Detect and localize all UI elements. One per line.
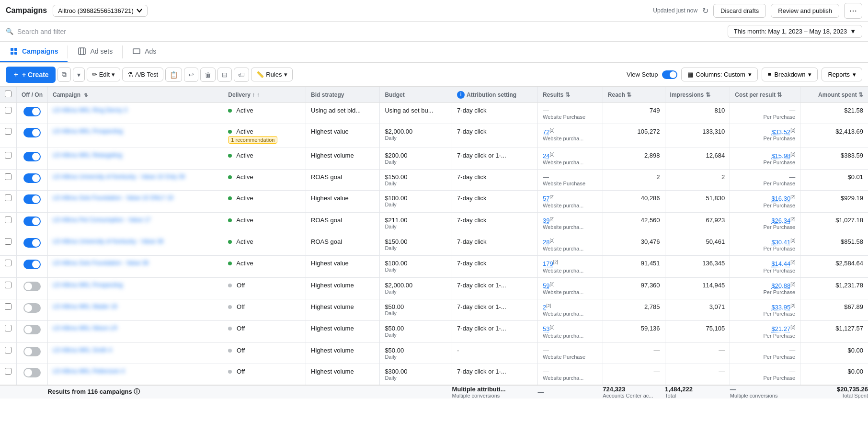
- ab-test-button[interactable]: ⚗ A/B Test: [122, 68, 163, 81]
- row-cpr-cell: — Per Purchase: [730, 170, 800, 191]
- row-checkbox[interactable]: [5, 325, 11, 331]
- account-selector[interactable]: Alltroo (396825565136721): [53, 5, 148, 17]
- row-toggle[interactable]: [23, 325, 41, 334]
- footer-budget: [380, 385, 452, 399]
- cpr-dash: —: [789, 107, 795, 114]
- date-range-selector[interactable]: This month: May 1, 2023 – May 18, 2023 ▼: [728, 25, 862, 38]
- row-delivery-status: Active: [228, 152, 301, 159]
- row-toggle[interactable]: [23, 194, 41, 204]
- view-setup-toggle[interactable]: [662, 70, 677, 79]
- status-dot: [228, 349, 232, 353]
- recommendation-badge[interactable]: 1 recommendation: [228, 136, 277, 144]
- select-all-checkbox[interactable]: [5, 91, 11, 97]
- row-checkbox[interactable]: [5, 194, 11, 201]
- results-sub: Website Purchase: [543, 114, 598, 120]
- refresh-button[interactable]: ↻: [702, 6, 708, 15]
- tab-ads[interactable]: Ads: [123, 42, 166, 62]
- row-impressions-cell: 75,105: [665, 321, 730, 342]
- grid-button[interactable]: ⊟: [217, 68, 232, 82]
- row-check-cell: [0, 364, 17, 385]
- tab-campaigns[interactable]: Campaigns: [0, 42, 68, 62]
- budget-period: Daily: [385, 245, 447, 251]
- row-checkbox[interactable]: [5, 216, 11, 223]
- rules-button[interactable]: 📏 Rules ▾: [251, 68, 292, 81]
- row-checkbox[interactable]: [5, 368, 11, 375]
- row-budget-cell: $211.00 Daily: [380, 212, 452, 234]
- row-toggle[interactable]: [23, 238, 41, 248]
- create-button[interactable]: ＋ + Create: [6, 67, 56, 83]
- cpr-sub: Per Purchase: [735, 136, 795, 141]
- row-attr-cell: 7-day click or 1-...: [452, 364, 538, 385]
- row-toggle[interactable]: [23, 107, 41, 116]
- row-delivery-status: Active: [228, 260, 301, 267]
- row-toggle[interactable]: [23, 260, 41, 269]
- row-bid-cell: Highest volume: [306, 277, 380, 299]
- col-header-results: Results ⇅: [538, 87, 603, 103]
- row-checkbox[interactable]: [5, 107, 11, 114]
- row-toggle[interactable]: [23, 368, 41, 377]
- row-toggle[interactable]: [23, 303, 41, 313]
- tag-button[interactable]: 🏷: [234, 68, 249, 82]
- undo-button[interactable]: ↩: [184, 68, 198, 82]
- row-toggle[interactable]: [23, 216, 41, 226]
- row-toggle[interactable]: [23, 128, 41, 137]
- row-toggle[interactable]: [23, 152, 41, 161]
- row-toggle[interactable]: [23, 282, 41, 291]
- duplicate-button[interactable]: ⧉: [57, 67, 71, 82]
- copy-button[interactable]: 📋: [165, 68, 182, 82]
- tab-adsets[interactable]: Ad sets: [68, 42, 122, 62]
- row-cpr-cell: — Per Purchase: [730, 364, 800, 385]
- col-header-campaign[interactable]: Campaign ⇅: [48, 87, 223, 103]
- row-toggle[interactable]: [23, 347, 41, 356]
- review-publish-button[interactable]: Review and publish: [771, 4, 839, 18]
- row-checkbox[interactable]: [5, 152, 11, 159]
- campaigns-table-wrap: Off / On Campaign ⇅ Delivery ↑ Bid strat…: [0, 87, 868, 433]
- attribution-setting: 7-day click or 1-...: [457, 303, 533, 310]
- footer-info-icon[interactable]: ⓘ: [134, 388, 140, 395]
- attribution-setting: 7-day click or 1-...: [457, 152, 533, 159]
- updated-status: Updated just now: [653, 7, 697, 14]
- status-dot: [228, 154, 232, 158]
- app-title: Campaigns: [6, 6, 47, 15]
- table-footer: Results from 116 campaigns ⓘ Multiple at…: [0, 385, 868, 399]
- info-icon[interactable]: i: [457, 91, 465, 99]
- row-delivery-cell: Active: [223, 256, 306, 277]
- row-toggle[interactable]: [23, 173, 41, 183]
- row-bid-cell: Highest volume: [306, 148, 380, 170]
- cpr-num: $20.88: [771, 282, 790, 289]
- row-checkbox[interactable]: [5, 303, 11, 310]
- row-checkbox[interactable]: [5, 347, 11, 353]
- columns-button[interactable]: ▦ Columns: Custom ▾: [681, 68, 758, 81]
- footer-reach-val: 724,323: [603, 386, 665, 393]
- row-checkbox[interactable]: [5, 173, 11, 180]
- budget-amount: $50.00: [385, 303, 447, 310]
- row-checkbox[interactable]: [5, 260, 11, 266]
- svg-rect-2: [11, 52, 13, 55]
- row-toggle-cell: [17, 364, 48, 385]
- reports-button[interactable]: Reports ▾: [822, 68, 862, 81]
- search-input[interactable]: [17, 28, 724, 35]
- more-options-button[interactable]: ⋯: [844, 3, 862, 19]
- row-cpr-cell: $21.27[2] Per Purchase: [730, 321, 800, 342]
- edit-button[interactable]: ✏ Edit ▾: [87, 68, 120, 81]
- results-value: —: [543, 173, 598, 181]
- row-attr-cell: 7-day click or 1-...: [452, 299, 538, 320]
- reach-value: 30,476: [608, 238, 660, 245]
- duplicate-dropdown-button[interactable]: ▾: [73, 68, 85, 82]
- discard-drafts-button[interactable]: Discard drafts: [713, 4, 766, 18]
- row-checkbox[interactable]: [5, 282, 11, 288]
- col-header-delivery[interactable]: Delivery ↑: [223, 87, 306, 103]
- search-bar: 🔍 This month: May 1, 2023 – May 18, 2023…: [0, 22, 868, 42]
- status-dot: [228, 109, 232, 113]
- budget-period: Daily: [385, 375, 447, 381]
- row-bid-cell: ROAS goal: [306, 212, 380, 234]
- breakdown-button[interactable]: ≡ Breakdown ▾: [762, 68, 818, 81]
- results-value: —: [543, 107, 598, 114]
- row-checkbox[interactable]: [5, 238, 11, 245]
- delete-button[interactable]: 🗑: [200, 68, 216, 82]
- row-check-cell: [0, 103, 17, 124]
- campaign-name: LD Alltrou MKL Nilson LR: [53, 325, 218, 331]
- row-checkbox[interactable]: [5, 128, 11, 135]
- campaign-name: LD Alltrou MKL Pettersson 4: [53, 368, 218, 375]
- bid-strategy: Highest volume: [311, 303, 375, 310]
